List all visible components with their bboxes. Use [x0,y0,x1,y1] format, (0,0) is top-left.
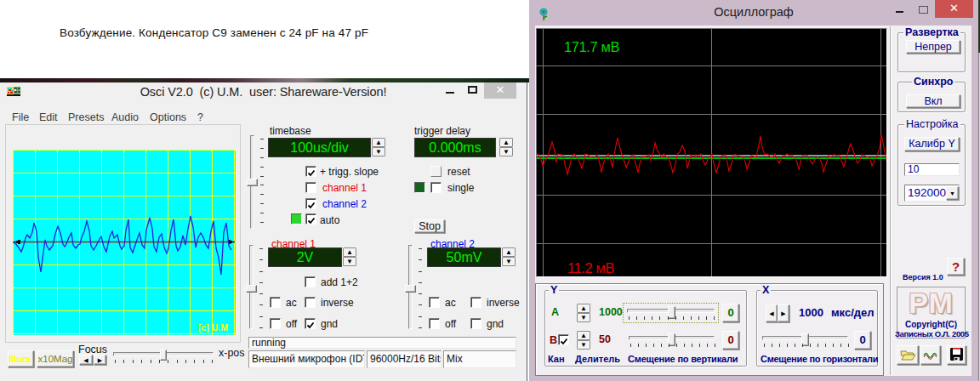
svg-text:[c] U.M: [c] U.M [198,322,228,333]
svg-text:11.2 мВ: 11.2 мВ [567,260,614,276]
svg-text:171.7 мВ: 171.7 мВ [564,39,619,54]
